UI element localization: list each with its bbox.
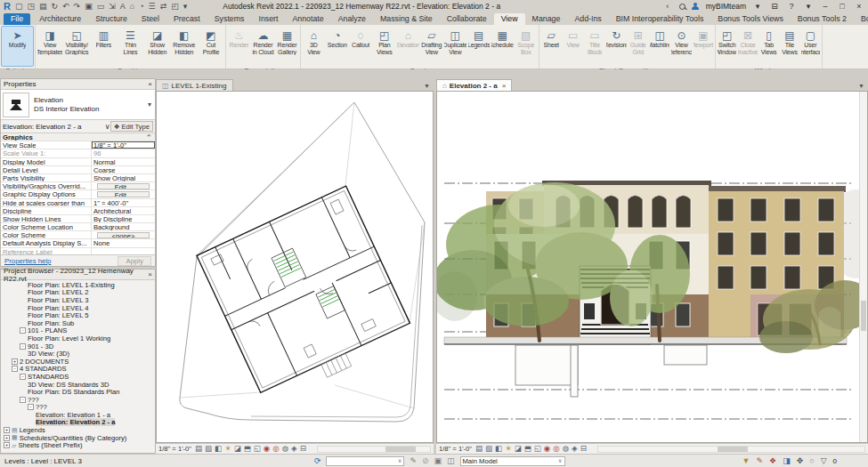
customize-qat-icon[interactable]: ▾ [183,2,188,11]
tree-expander-icon[interactable]: + [4,427,10,433]
instance-selector[interactable]: Elevation: Elevation 2 - a [3,123,105,131]
temporary-hide-isolate-icon[interactable]: ◉ [264,445,270,453]
ribbon-tab-view[interactable]: View [494,13,525,25]
active-workset-select[interactable]: ∨ [326,456,404,466]
shadows-icon[interactable]: ◪ [515,445,522,453]
print-icon[interactable]: ▣ [85,2,93,11]
sheet-button[interactable]: ▱Sheet [540,26,562,67]
tree-item-901-3d[interactable]: -901 - 3D [1,342,155,350]
tree-item-standards[interactable]: -STANDARDS [1,373,155,381]
reveal-hidden-elements-icon[interactable]: ◎ [272,445,279,453]
vertical-scrollbar[interactable] [859,92,867,442]
view-scale-button[interactable]: 1/8" = 1'-0" [439,445,472,453]
tree-item-3d-view-ds-standards-3d[interactable]: 3D View: DS Standards 3D [1,381,155,389]
reveal-hidden-elements-icon[interactable]: ◎ [553,445,559,453]
revit-logo[interactable]: R [4,2,11,11]
property-value[interactable]: Edit... [97,183,150,189]
ribbon-tab-architecture[interactable]: Architecture [32,13,88,25]
apply-button[interactable]: Apply [118,256,151,266]
tree-item-floor-plan-level-1-working[interactable]: Floor Plan: Level 1 Working [1,334,155,342]
link-select-icon[interactable]: ◨ [783,456,791,465]
default-3d-view-icon[interactable]: ⌂ [130,2,134,11]
ribbon-tab-bim-interoperability-tools[interactable]: BIM Interoperability Tools [609,13,711,25]
worksharing-display-icon[interactable]: ▼ [742,456,750,465]
filters-button[interactable]: ▥Filters [90,26,117,67]
analytical-model-icon[interactable]: ◈ [291,445,297,453]
crop-region-visibility-icon[interactable]: ◱ [534,445,541,453]
ribbon-tab-precast[interactable]: Precast [166,13,207,25]
tree-expander-icon[interactable]: + [12,358,18,365]
tree-item-elevation-elevation-2-a[interactable]: Elevation: Elevation 2 - a [1,419,155,427]
redo-icon[interactable]: ↷ [74,2,81,11]
ribbon-tab-structure[interactable]: Structure [88,13,134,25]
tree-item-2-documents[interactable]: +2 DOCUMENTS [1,358,155,366]
render-gallery-button[interactable]: ▦Render Gallery [275,26,299,67]
sun-path-icon[interactable]: ☀ [505,445,512,453]
tree-expander-icon[interactable]: - [20,397,26,403]
properties-close-icon[interactable]: × [148,80,152,88]
schedules-button[interactable]: ▦Schedules [491,26,515,67]
tree-item-[interactable]: -??? [1,404,155,412]
scale-icon[interactable]: ▤ [195,445,202,453]
tree-item-floor-plan-level-4[interactable]: Floor Plan: LEVEL 4 [1,304,155,312]
analytical-model-icon[interactable]: ◈ [572,445,578,453]
ribbon-tab-bonus-tools-3[interactable]: Bonus Tools 3 [854,13,868,25]
scale-icon[interactable]: ▤ [475,445,483,453]
property-value[interactable]: Show Original [92,174,155,181]
ribbon-tab-insert[interactable]: Insert [251,13,285,25]
detail-level-icon[interactable]: ▧ [205,445,212,453]
ribbon-tab-steel[interactable]: Steel [134,13,166,25]
undo-icon[interactable]: ↶ [62,2,69,11]
close-button[interactable]: × [854,2,864,11]
tree-item-4-standards[interactable]: -4 STANDARDS [1,366,155,374]
ribbon-tab-manage[interactable]: Manage [525,13,568,25]
type-selector[interactable]: Elevation DS Interior Elevation ▾ [1,90,155,120]
shadows-icon[interactable]: ◪ [234,445,241,453]
property-value[interactable]: Coarse [92,166,155,173]
crop-view-icon[interactable]: ⬒ [244,445,251,453]
horizontal-scrollbar[interactable] [597,446,865,453]
user-avatar-icon[interactable] [692,3,700,11]
design-option-select[interactable]: Main Model∨ [460,456,565,466]
floor-plan-canvas[interactable] [156,91,434,443]
maximize-button[interactable]: □ [837,2,848,11]
plan-views-button[interactable]: ◰Plan Views [373,26,397,67]
gray-inactive-worksets-icon[interactable]: ⊘ [422,456,429,465]
text-icon[interactable]: A [120,2,126,11]
tree-item-floor-plan-level-2[interactable]: Floor Plan: LEVEL 2 [1,289,155,297]
ribbon-tab-massing-site[interactable]: Massing & Site [373,13,440,25]
temporary-view-properties-icon[interactable]: ◍ [282,445,288,453]
tab-list-dropdown-icon[interactable]: ▼ [424,83,434,91]
aligned-dimension-icon[interactable]: ⇲ [109,2,116,11]
worksets-icon[interactable]: ⟳ [314,456,321,465]
type-selector-dropdown-icon[interactable]: ▾ [148,101,151,109]
tree-item-[interactable]: -??? [1,396,155,404]
tree-item-elevation-elevation-1-a[interactable]: Elevation: Elevation 1 - a [1,411,155,419]
render-in-cloud-button[interactable]: ☁Render in Cloud [251,26,275,67]
thin-lines-qat-icon[interactable]: ☰ [149,2,156,11]
property-value[interactable]: 1" = 400'-0" [92,199,155,206]
design-options-icon[interactable]: ▣ [434,456,442,465]
search-icon[interactable] [679,4,685,10]
property-value[interactable]: None [92,239,155,246]
view-scale-button[interactable]: 1/8" = 1'-0" [158,445,191,453]
tree-expander-icon[interactable]: - [20,343,26,350]
press-drag-icon[interactable]: ✥ [797,456,804,465]
tab-views-button[interactable]: ▯Tab Views [758,26,779,67]
selection-filter-icon[interactable]: ▽ [821,456,827,465]
ribbon-tab-bonus-tools-2[interactable]: Bonus Tools 2 [791,13,854,25]
project-browser-close-icon[interactable]: × [148,270,152,278]
help-icon[interactable]: ? [786,2,797,11]
help-dropdown-icon[interactable]: ▾ [803,2,814,11]
tree-expander-icon[interactable]: + [4,435,10,441]
editable-only-icon[interactable]: ✎ [757,456,764,465]
tree-expander-icon[interactable]: - [20,374,26,380]
workset-status-icon[interactable]: ❖ [769,456,776,465]
file-tab-icon[interactable]: ▢ [15,2,23,11]
tab-list-dropdown-icon[interactable]: ▼ [858,83,868,91]
visibility-graphics-button[interactable]: ◱Visibility/ Graphics [63,26,90,67]
drafting-view-button[interactable]: ▱Drafting View [420,26,444,67]
edit-type-button[interactable]: ❖ Edit Type [110,121,153,132]
background-processes-icon[interactable]: ○ [809,456,814,465]
elevation-canvas[interactable] [436,91,868,443]
